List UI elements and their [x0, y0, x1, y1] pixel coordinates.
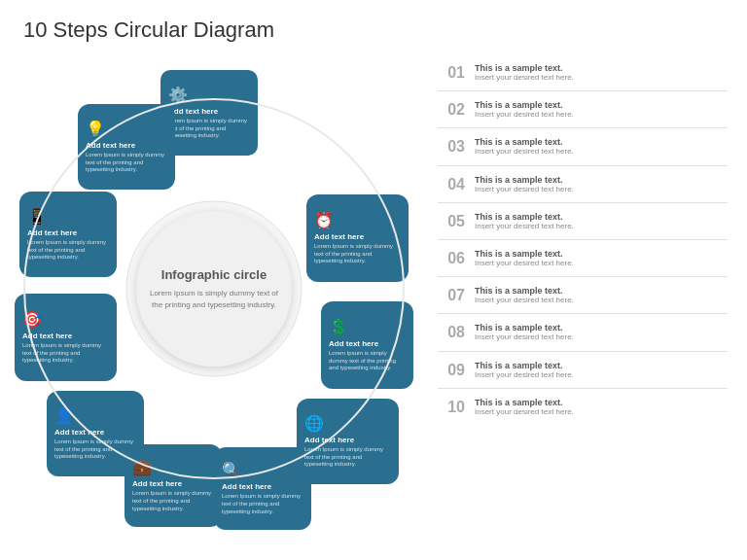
list-main-text-9: This is a sample text.	[475, 361, 574, 370]
list-sub-text-5: Insert your desired text here.	[475, 222, 574, 230]
list-text-block-3: This is a sample text.Insert your desire…	[475, 137, 574, 156]
list-number-1: 01	[438, 63, 465, 82]
divider-5	[438, 239, 728, 240]
list-text-block-1: This is a sample text.Insert your desire…	[475, 63, 574, 82]
list-item-3: 03This is a sample text.Insert your desi…	[438, 134, 728, 158]
center-circle-title: Infographic circle	[161, 267, 267, 282]
list-text-block-6: This is a sample text.Insert your desire…	[475, 249, 574, 267]
list-item-9: 09This is a sample text.Insert your desi…	[438, 358, 728, 382]
list-text-block-9: This is a sample text.Insert your desire…	[475, 361, 574, 379]
center-circle-text: Lorem Ipsum is simply dummy text of the …	[146, 288, 282, 309]
divider-4	[438, 202, 728, 203]
divider-6	[438, 276, 728, 277]
list-number-6: 06	[438, 249, 465, 267]
list-text-block-2: This is a sample text.Insert your desire…	[475, 100, 574, 119]
list-main-text-3: This is a sample text.	[475, 137, 574, 147]
list-sub-text-6: Insert your desired text here.	[475, 259, 574, 267]
divider-7	[438, 313, 728, 314]
divider-1	[438, 90, 728, 91]
list-sub-text-2: Insert your desired text here.	[475, 110, 574, 119]
list-sub-text-4: Insert your desired text here.	[475, 185, 574, 193]
list-item-7: 07This is a sample text.Insert your desi…	[438, 283, 728, 307]
list-main-text-2: This is a sample text.	[475, 100, 574, 110]
diagram-area: Infographic circle Lorem Ipsum is simply…	[10, 51, 418, 546]
main-content: Infographic circle Lorem Ipsum is simply…	[0, 51, 747, 546]
list-number-9: 09	[438, 361, 465, 379]
list-text-block-4: This is a sample text.Insert your desire…	[475, 175, 574, 193]
list-item-5: 05This is a sample text.Insert your desi…	[438, 209, 728, 233]
list-area: 01This is a sample text.Insert your desi…	[418, 51, 737, 546]
list-sub-text-1: Insert your desired text here.	[475, 73, 574, 82]
center-circle: Infographic circle Lorem Ipsum is simply…	[136, 211, 292, 367]
list-item-8: 08This is a sample text.Insert your desi…	[438, 320, 728, 344]
list-number-10: 10	[438, 398, 465, 416]
list-item-10: 10This is a sample text.Insert your desi…	[438, 395, 728, 419]
divider-9	[438, 388, 728, 389]
list-number-4: 04	[438, 175, 465, 193]
divider-8	[438, 351, 728, 352]
list-sub-text-7: Insert your desired text here.	[475, 296, 574, 304]
list-main-text-4: This is a sample text.	[475, 175, 574, 185]
list-sub-text-9: Insert your desired text here.	[475, 370, 574, 379]
list-sub-text-8: Insert your desired text here.	[475, 332, 574, 341]
list-number-3: 03	[438, 137, 465, 156]
divider-2	[438, 127, 728, 128]
divider-3	[438, 165, 728, 166]
list-sub-text-10: Insert your desired text here.	[475, 407, 574, 416]
page-title: 10 Steps Circular Diagram	[0, 0, 747, 51]
list-number-8: 08	[438, 323, 465, 341]
list-item-6: 06This is a sample text.Insert your desi…	[438, 246, 728, 270]
list-number-5: 05	[438, 212, 465, 230]
list-text-block-5: This is a sample text.Insert your desire…	[475, 212, 574, 230]
list-main-text-1: This is a sample text.	[475, 63, 574, 73]
list-item-4: 04This is a sample text.Insert your desi…	[438, 172, 728, 196]
list-item-2: 02This is a sample text.Insert your desi…	[438, 97, 728, 122]
list-text-block-10: This is a sample text.Insert your desire…	[475, 398, 574, 416]
list-sub-text-3: Insert your desired text here.	[475, 147, 574, 156]
list-number-7: 07	[438, 286, 465, 304]
list-text-block-7: This is a sample text.Insert your desire…	[475, 286, 574, 304]
list-main-text-6: This is a sample text.	[475, 249, 574, 259]
list-main-text-8: This is a sample text.	[475, 323, 574, 332]
list-item-1: 01This is a sample text.Insert your desi…	[438, 60, 728, 85]
list-number-2: 02	[438, 100, 465, 119]
list-main-text-5: This is a sample text.	[475, 212, 574, 222]
list-text-block-8: This is a sample text.Insert your desire…	[475, 323, 574, 341]
list-main-text-10: This is a sample text.	[475, 398, 574, 407]
list-main-text-7: This is a sample text.	[475, 286, 574, 296]
